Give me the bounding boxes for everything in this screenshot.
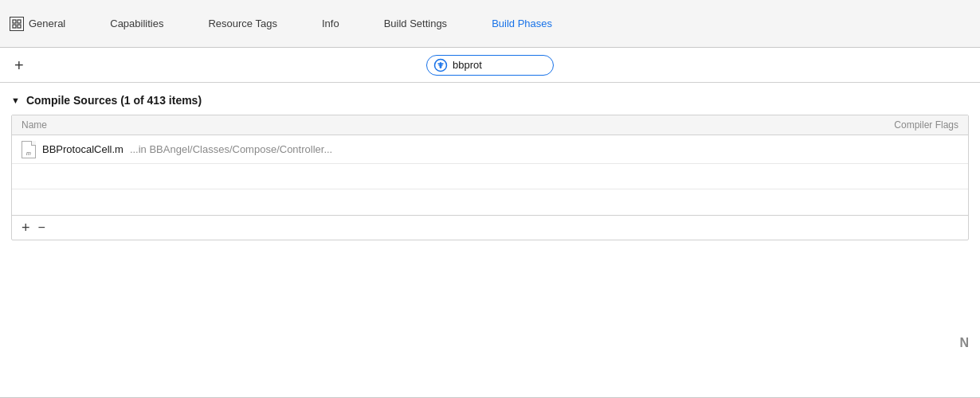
file-name: BBProtocalCell.m [42, 143, 123, 155]
toolbar-row: + bbprot [0, 48, 980, 83]
general-icon [10, 17, 24, 31]
empty-row-2 [12, 189, 968, 215]
tab-resource-tags[interactable]: Resource Tags [186, 0, 299, 47]
column-header-compiler-flags: Compiler Flags [894, 119, 958, 131]
file-path: ...in BBAngel/Classes/Compose/Controller… [130, 143, 332, 155]
section-title: Compile Sources (1 of 413 items) [26, 94, 202, 107]
svg-rect-3 [18, 25, 21, 28]
svg-rect-1 [18, 20, 21, 23]
add-source-button[interactable]: + [22, 220, 30, 235]
tab-resource-tags-label: Resource Tags [208, 18, 276, 29]
tab-info-label: Info [322, 18, 339, 29]
tab-general[interactable]: General [0, 0, 88, 47]
filter-text: bbprot [453, 59, 482, 71]
svg-rect-2 [13, 25, 16, 28]
svg-rect-0 [13, 20, 16, 23]
table-footer: + − [12, 215, 968, 240]
filter-container[interactable]: bbprot [426, 55, 554, 76]
remove-source-button[interactable]: − [38, 221, 45, 234]
table-row[interactable]: m BBProtocalCell.m ...in BBAngel/Classes… [12, 135, 968, 164]
tab-build-settings[interactable]: Build Settings [362, 0, 470, 47]
filter-icon [433, 58, 448, 72]
file-icon: m [22, 141, 37, 158]
tab-general-label: General [29, 18, 65, 29]
tab-capabilities[interactable]: Capabilities [88, 0, 186, 47]
main-content: ▼ Compile Sources (1 of 413 items) Name … [0, 83, 980, 240]
table-header: Name Compiler Flags [12, 115, 968, 135]
tab-build-phases-label: Build Phases [492, 18, 552, 29]
tab-capabilities-label: Capabilities [110, 18, 163, 29]
empty-row-1 [12, 164, 968, 189]
tab-build-settings-label: Build Settings [384, 18, 448, 29]
tab-bar: General Capabilities Resource Tags Info … [0, 0, 980, 48]
section-header: ▼ Compile Sources (1 of 413 items) [0, 83, 980, 115]
tab-info[interactable]: Info [300, 0, 362, 47]
add-phase-button[interactable]: + [11, 57, 27, 73]
tab-build-phases[interactable]: Build Phases [469, 0, 574, 47]
compile-sources-table: Name Compiler Flags m BBProtocalCell.m .… [11, 115, 969, 240]
column-header-name: Name [22, 119, 47, 131]
side-panel-indicator: N [959, 336, 969, 350]
collapse-triangle-icon[interactable]: ▼ [11, 96, 20, 105]
